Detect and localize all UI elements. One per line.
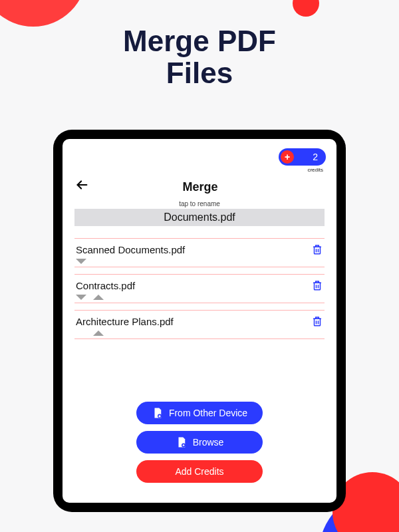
app-screen: + 2 credits Merge tap to rename Document… bbox=[63, 139, 336, 503]
credits-widget: + 2 credits bbox=[279, 148, 326, 173]
page-title: Merge bbox=[76, 180, 325, 194]
file-name: Scanned Documents.pdf bbox=[76, 244, 185, 255]
move-up-icon[interactable] bbox=[93, 295, 104, 300]
move-up-icon[interactable] bbox=[93, 331, 104, 336]
file-name: Contracts.pdf bbox=[76, 280, 135, 291]
move-down-icon[interactable] bbox=[76, 295, 86, 300]
svg-rect-4 bbox=[315, 283, 321, 290]
rename-hint: tap to rename bbox=[74, 200, 325, 207]
credits-pill[interactable]: + 2 bbox=[279, 148, 326, 166]
add-credits-button[interactable]: Add Credits bbox=[136, 460, 263, 483]
credits-count: 2 bbox=[313, 152, 318, 162]
file-name: Architecture Plans.pdf bbox=[76, 316, 174, 327]
browse-button[interactable]: Browse bbox=[136, 431, 263, 454]
hero-title: Merge PDF Files bbox=[0, 25, 399, 90]
tablet-frame: + 2 credits Merge tap to rename Document… bbox=[53, 130, 346, 512]
bg-decoration bbox=[293, 0, 319, 17]
file-row: Architecture Plans.pdf bbox=[74, 310, 325, 339]
from-other-device-button[interactable]: From Other Device bbox=[136, 402, 263, 424]
add-credits-icon[interactable]: + bbox=[281, 150, 294, 164]
move-down-icon[interactable] bbox=[76, 259, 86, 264]
button-label: Add Credits bbox=[175, 466, 223, 477]
file-list: Scanned Documents.pdf Contracts.pdf bbox=[74, 238, 325, 339]
svg-rect-1 bbox=[315, 247, 321, 254]
button-label: From Other Device bbox=[169, 408, 247, 418]
file-receive-icon bbox=[152, 407, 164, 419]
file-row: Contracts.pdf bbox=[74, 274, 325, 303]
button-label: Browse bbox=[193, 437, 224, 448]
svg-rect-7 bbox=[315, 319, 321, 326]
delete-icon[interactable] bbox=[311, 243, 323, 256]
credits-label: credits bbox=[279, 167, 326, 173]
file-add-icon bbox=[176, 436, 188, 448]
delete-icon[interactable] bbox=[311, 279, 323, 292]
delete-icon[interactable] bbox=[311, 315, 323, 328]
file-row: Scanned Documents.pdf bbox=[74, 238, 325, 267]
output-filename-field[interactable]: Documents.pdf bbox=[74, 209, 325, 226]
bg-decoration bbox=[0, 0, 86, 27]
